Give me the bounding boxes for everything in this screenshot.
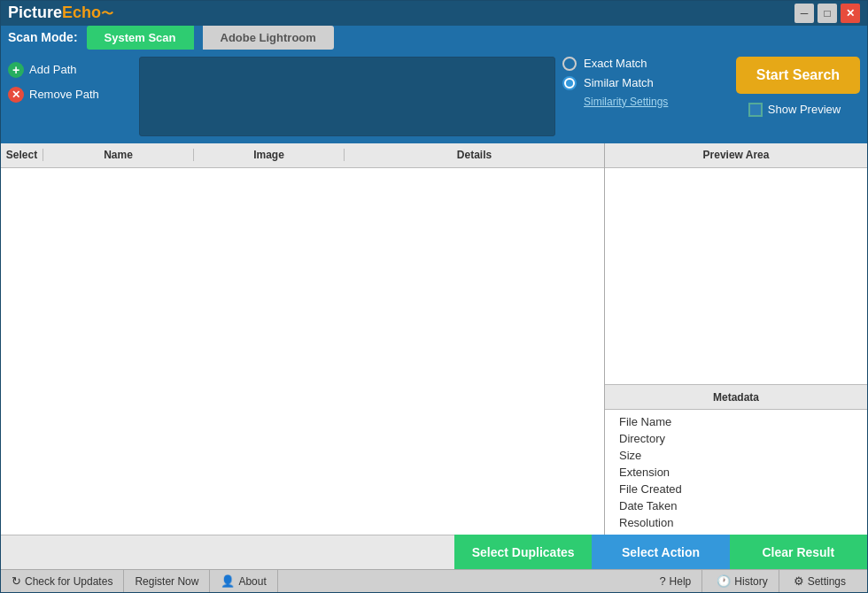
minimize-button[interactable]: ─ [794,4,814,23]
app-logo: PictureEcho〜 [8,4,113,22]
col-header-details: Details [345,149,604,161]
add-path-button[interactable]: + Add Path [8,60,132,80]
about-item[interactable]: 👤 About [210,570,277,592]
show-preview-row: Show Preview [748,103,841,117]
check-updates-icon: ↻ [12,574,21,588]
show-preview-checkbox[interactable] [748,103,763,117]
metadata-section: Metadata File NameDirectorySizeExtension… [605,384,867,535]
radio-inner-dot [566,80,573,87]
preview-area [605,168,867,385]
scan-mode-bar: Scan Mode: System Scan Adobe Lightroom [8,26,860,50]
status-right-items: ? Help 🕐 History ⚙ Settings [638,570,867,592]
path-controls-row: + Add Path ✕ Remove Path Exact Match [8,57,860,136]
exact-match-option: Exact Match [562,57,647,71]
metadata-item: Extension [619,466,853,479]
metadata-item: Directory [619,432,853,445]
add-path-label: Add Path [29,63,77,76]
history-item[interactable]: 🕐 History [706,570,779,592]
preview-metadata-panel: Preview Area Metadata File NameDirectory… [605,143,867,535]
metadata-item: Resolution [619,516,853,529]
close-button[interactable]: ✕ [841,4,860,23]
add-icon: + [8,62,24,78]
remove-icon: ✕ [8,87,24,103]
help-label: Help [670,575,692,588]
similar-match-option: Similar Match [562,76,654,90]
remove-path-label: Remove Path [29,88,99,101]
remove-path-button[interactable]: ✕ Remove Path [8,85,132,104]
settings-item[interactable]: ⚙ Settings [783,570,856,592]
settings-label: Settings [808,575,846,588]
title-bar: PictureEcho〜 ─ □ ✕ [1,1,867,26]
table-container: Select Name Image Details Preview Area M… [1,143,867,535]
match-options: Exact Match Similar Match Similarity Set… [562,57,722,108]
metadata-item: Size [619,449,853,462]
help-item[interactable]: ? Help [648,570,702,592]
search-controls: Start Search Show Preview [729,57,860,117]
adobe-lightroom-tab[interactable]: Adobe Lightroom [203,26,334,50]
similar-match-label: Similar Match [584,76,654,89]
select-action-button[interactable]: Select Action [592,535,729,569]
app-window: PictureEcho〜 ─ □ ✕ Scan Mode: System Sca… [0,0,868,593]
clear-result-button[interactable]: Clear Result [730,535,867,569]
about-icon: 👤 [221,574,235,588]
history-icon: 🕐 [717,574,731,588]
col-header-select: Select [1,149,43,161]
table-body [1,168,604,535]
metadata-header: Metadata [605,385,867,410]
header-section: Scan Mode: System Scan Adobe Lightroom +… [1,26,867,143]
col-header-image: Image [194,149,345,161]
select-duplicates-button[interactable]: Select Duplicates [454,535,592,569]
check-updates-label: Check for Updates [25,575,112,588]
window-controls: ─ □ ✕ [794,4,860,23]
status-bar: ↻ Check for Updates Register Now 👤 About… [1,569,867,592]
path-list-area [139,57,555,136]
col-header-name: Name [43,149,194,161]
preview-area-header: Preview Area [605,143,867,168]
metadata-item: File Name [619,415,853,428]
history-label: History [734,575,767,588]
check-updates-item[interactable]: ↻ Check for Updates [1,570,124,592]
results-table: Select Name Image Details [1,143,605,535]
similarity-settings-link[interactable]: Similarity Settings [584,96,668,108]
about-label: About [238,575,266,588]
exact-match-label: Exact Match [584,57,647,70]
action-bar-right: Select Duplicates Select Action Clear Re… [454,535,867,569]
metadata-list: File NameDirectorySizeExtensionFile Crea… [605,410,867,535]
register-now-item[interactable]: Register Now [124,570,210,592]
system-scan-tab[interactable]: System Scan [87,26,194,50]
register-now-label: Register Now [135,575,198,588]
settings-icon: ⚙ [794,574,804,588]
scan-mode-label: Scan Mode: [8,30,78,44]
exact-match-radio[interactable] [562,57,577,71]
action-bar-left-spacer [1,535,454,569]
table-header: Select Name Image Details [1,143,604,168]
left-side-panel: + Add Path ✕ Remove Path [8,57,132,104]
similar-match-radio[interactable] [562,76,577,90]
help-icon: ? [659,574,665,588]
start-search-button[interactable]: Start Search [736,57,860,94]
maximize-button[interactable]: □ [818,4,837,23]
metadata-item: Date Taken [619,499,853,512]
metadata-item: File Created [619,482,853,496]
action-bar: Select Duplicates Select Action Clear Re… [1,535,867,569]
title-bar-left: PictureEcho〜 [8,4,113,22]
show-preview-label: Show Preview [768,103,841,116]
logo-wave-icon: 〜 [101,6,113,20]
